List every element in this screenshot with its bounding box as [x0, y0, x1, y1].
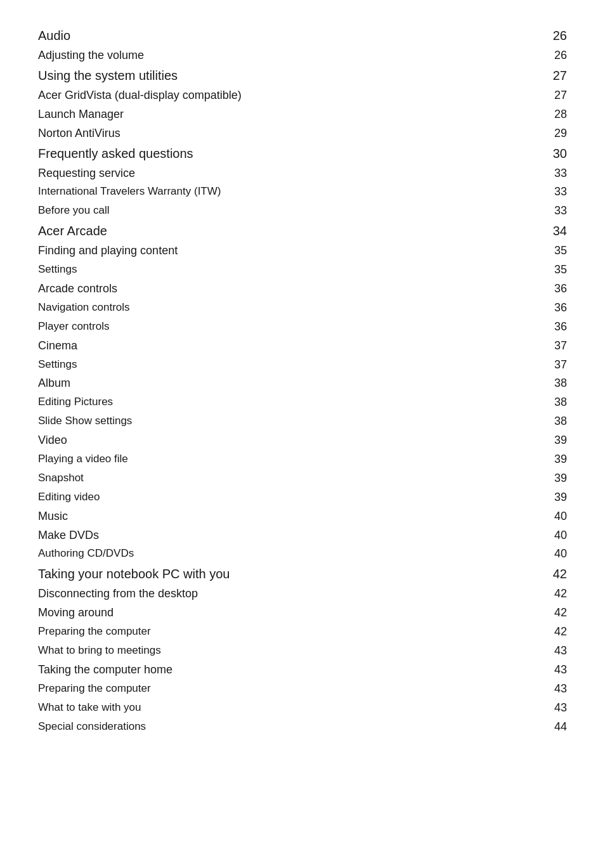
toc-row: Snapshot39: [38, 469, 567, 488]
toc-entry-label: Taking the computer home: [38, 661, 542, 680]
toc-entry-page: 35: [542, 242, 567, 261]
toc-row: Before you call33: [38, 202, 567, 221]
toc-entry-label: Player controls: [38, 318, 542, 337]
toc-entry-page: 42: [542, 585, 567, 604]
toc-entry-page: 42: [542, 604, 567, 623]
toc-row: Audio26: [38, 25, 567, 46]
toc-entry-label: Preparing the computer: [38, 680, 542, 699]
toc-entry-label: Norton AntiVirus: [38, 124, 542, 143]
toc-row: Norton AntiVirus29: [38, 124, 567, 143]
toc-row: Preparing the computer42: [38, 623, 567, 642]
toc-row: Editing Pictures38: [38, 393, 567, 412]
toc-entry-page: 40: [542, 507, 567, 526]
toc-entry-label: Acer Arcade: [38, 221, 542, 242]
toc-entry-label: What to take with you: [38, 699, 542, 718]
toc-row: Video39: [38, 431, 567, 450]
toc-entry-label: Cinema: [38, 337, 542, 356]
toc-entry-label: Make DVDs: [38, 526, 542, 545]
toc-row: Editing video39: [38, 488, 567, 507]
toc-row: Music40: [38, 507, 567, 526]
toc-entry-page: 26: [542, 46, 567, 65]
toc-entry-label: Settings: [38, 261, 542, 280]
toc-row: What to bring to meetings43: [38, 642, 567, 661]
toc-row: Album38: [38, 374, 567, 393]
toc-entry-page: 38: [542, 374, 567, 393]
toc-row: Slide Show settings38: [38, 412, 567, 431]
toc-entry-page: 38: [542, 412, 567, 431]
toc-entry-label: Playing a video file: [38, 450, 542, 469]
toc-entry-page: 30: [542, 143, 567, 164]
toc-row: Taking the computer home43: [38, 661, 567, 680]
toc-entry-page: 42: [542, 564, 567, 585]
toc-entry-page: 27: [542, 86, 567, 105]
toc-row: Moving around42: [38, 604, 567, 623]
toc-row: Adjusting the volume26: [38, 46, 567, 65]
toc-row: Disconnecting from the desktop42: [38, 585, 567, 604]
toc-entry-page: 28: [542, 105, 567, 124]
toc-entry-page: 33: [542, 164, 567, 183]
toc-entry-label: Slide Show settings: [38, 412, 542, 431]
toc-row: Player controls36: [38, 318, 567, 337]
toc-row: Authoring CD/DVDs40: [38, 545, 567, 564]
toc-entry-label: Frequently asked questions: [38, 143, 542, 164]
toc-entry-label: Navigation controls: [38, 299, 542, 318]
toc-entry-page: 36: [542, 299, 567, 318]
toc-entry-page: 26: [542, 25, 567, 46]
toc-entry-page: 36: [542, 280, 567, 299]
toc-row: Taking your notebook PC with you42: [38, 564, 567, 585]
toc-entry-label: Arcade controls: [38, 280, 542, 299]
toc-entry-page: 33: [542, 202, 567, 221]
toc-entry-label: Editing Pictures: [38, 393, 542, 412]
toc-entry-label: Video: [38, 431, 542, 450]
toc-entry-label: Authoring CD/DVDs: [38, 545, 542, 564]
toc-row: Preparing the computer43: [38, 680, 567, 699]
toc-row: Cinema37: [38, 337, 567, 356]
toc-entry-page: 43: [542, 642, 567, 661]
toc-entry-page: 36: [542, 318, 567, 337]
toc-row: Special considerations44: [38, 718, 567, 737]
toc-entry-page: 42: [542, 623, 567, 642]
toc-entry-label: Finding and playing content: [38, 242, 542, 261]
toc-entry-label: Acer GridVista (dual-display compatible): [38, 86, 542, 105]
toc-entry-label: Using the system utilities: [38, 65, 542, 86]
toc-entry-label: Taking your notebook PC with you: [38, 564, 542, 585]
toc-row: Acer Arcade34: [38, 221, 567, 242]
toc-entry-label: Launch Manager: [38, 105, 542, 124]
toc-row: What to take with you43: [38, 699, 567, 718]
toc-table: Audio26Adjusting the volume26Using the s…: [38, 25, 567, 737]
toc-entry-label: Preparing the computer: [38, 623, 542, 642]
toc-row: Requesting service33: [38, 164, 567, 183]
toc-entry-page: 43: [542, 680, 567, 699]
toc-entry-label: Editing video: [38, 488, 542, 507]
toc-entry-page: 39: [542, 431, 567, 450]
toc-row: Frequently asked questions30: [38, 143, 567, 164]
toc-entry-page: 33: [542, 183, 567, 202]
toc-entry-page: 39: [542, 488, 567, 507]
toc-entry-page: 38: [542, 393, 567, 412]
toc-row: Settings35: [38, 261, 567, 280]
toc-entry-label: Audio: [38, 25, 542, 46]
toc-entry-label: Settings: [38, 356, 542, 375]
toc-entry-label: Requesting service: [38, 164, 542, 183]
toc-entry-page: 43: [542, 661, 567, 680]
toc-row: Navigation controls36: [38, 299, 567, 318]
toc-entry-label: Before you call: [38, 202, 542, 221]
toc-entry-page: 37: [542, 337, 567, 356]
toc-entry-label: Snapshot: [38, 469, 542, 488]
toc-row: Make DVDs40: [38, 526, 567, 545]
toc-entry-page: 27: [542, 65, 567, 86]
toc-entry-page: 37: [542, 356, 567, 375]
toc-entry-label: Disconnecting from the desktop: [38, 585, 542, 604]
toc-entry-label: What to bring to meetings: [38, 642, 542, 661]
toc-row: Finding and playing content35: [38, 242, 567, 261]
toc-row: Using the system utilities27: [38, 65, 567, 86]
toc-entry-label: Adjusting the volume: [38, 46, 542, 65]
toc-entry-label: Music: [38, 507, 542, 526]
toc-entry-page: 29: [542, 124, 567, 143]
toc-row: Acer GridVista (dual-display compatible)…: [38, 86, 567, 105]
toc-entry-page: 40: [542, 545, 567, 564]
toc-entry-label: Special considerations: [38, 718, 542, 737]
toc-entry-label: Album: [38, 374, 542, 393]
toc-row: Playing a video file39: [38, 450, 567, 469]
toc-entry-page: 34: [542, 221, 567, 242]
